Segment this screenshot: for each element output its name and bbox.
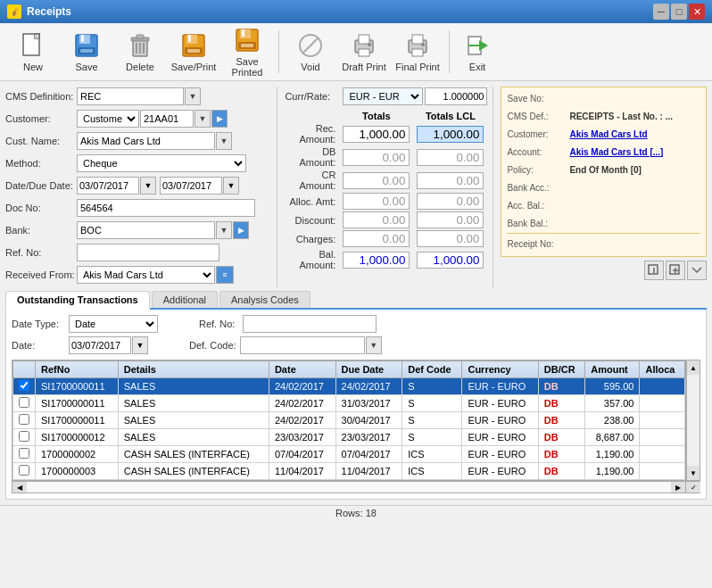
cr-amount-label: CR Amount: [285,169,339,192]
tab-additional[interactable]: Additional [152,291,218,308]
row-dbcr: DB [538,378,584,395]
rec-amount-input[interactable] [343,126,410,143]
charges-input[interactable] [343,230,410,247]
cust-name-input[interactable] [77,132,215,150]
table-row[interactable]: SI1700000011 SALES 24/02/2017 24/02/2017… [13,378,685,395]
filter-date-input[interactable] [69,336,131,354]
cust-name-browse-button[interactable]: ▼ [216,132,232,150]
table-corner-button[interactable]: ✓ [686,482,700,493]
cr-amount-input[interactable] [343,172,410,189]
alloc-amt-input[interactable] [343,193,410,210]
received-from-select[interactable]: Akis Mad Cars Ltd [77,266,215,284]
maximize-button[interactable]: □ [671,4,687,20]
row-amount: 238.00 [585,412,640,429]
row-due-date: 11/04/2017 [335,463,402,480]
bal-amount-input[interactable] [343,252,410,269]
scroll-left-button[interactable]: ◀ [12,482,27,493]
date-input[interactable] [77,177,139,195]
cms-def-input[interactable] [77,87,184,105]
customer-type-select[interactable]: Customer [77,110,139,128]
info-account-value[interactable]: Akis Mad Cars Ltd [...] [569,147,663,157]
save-button[interactable]: Save [61,27,112,77]
data-table-wrapper[interactable]: RefNo Details Date Due Date Def Code Cur… [12,360,686,481]
charges-lcl-input[interactable] [417,230,484,247]
filter-def-code-browse-button[interactable]: ▼ [366,336,382,354]
info-customer-value[interactable]: Akis Mad Cars Ltd [569,129,647,139]
discount-input[interactable] [343,211,410,228]
save-print-button[interactable]: Save/Print [168,27,219,77]
svg-rect-23 [241,44,253,47]
row-checkbox[interactable] [13,429,36,446]
currency-select[interactable]: EUR - EUR [343,87,423,105]
date-type-select[interactable]: Date [69,315,158,333]
row-alloca [640,446,685,463]
save-printed-button[interactable]: Save Printed [221,27,273,77]
row-checkbox[interactable] [13,395,36,412]
row-due-date: 07/04/2017 [335,446,402,463]
bal-amount-lcl-input[interactable] [417,252,484,269]
draft-print-button[interactable]: Draft Print [338,27,390,77]
filter-date-cal-button[interactable]: ▼ [132,336,148,354]
rec-amount-lcl-input[interactable] [417,126,484,143]
row-def-code: S [402,395,462,412]
new-button[interactable]: New [7,27,59,77]
app-icon: 💰 [7,4,21,19]
tab-analysis[interactable]: Analysis Codes [219,291,310,308]
delete-label: Delete [126,62,154,72]
due-date-cal-button[interactable]: ▼ [223,177,239,195]
exit-button[interactable]: Exit [455,27,500,77]
alloc-amt-lcl-input[interactable] [417,193,484,210]
db-amount-input[interactable] [343,149,410,166]
bank-arrow-button[interactable]: ▶ [233,221,249,239]
filter-row: Date Type: Date Ref. No: [12,315,700,333]
filter-ref-no-input[interactable] [243,315,377,333]
panel-buttons [501,261,707,280]
row-checkbox[interactable] [13,446,36,463]
info-panel-section: Save No: CMS Def.: RECEIPTS - Last No. :… [493,87,707,287]
due-date-input[interactable] [160,177,222,195]
minimize-button[interactable]: ─ [653,4,669,20]
scroll-right-button[interactable]: ▶ [671,482,685,493]
panel-btn-2[interactable] [666,261,685,280]
date-cal-button[interactable]: ▼ [140,177,156,195]
row-checkbox[interactable] [13,412,36,429]
scroll-down-button[interactable]: ▼ [687,466,700,480]
customer-arrow-button[interactable]: ▶ [211,110,228,128]
filter-def-code-input[interactable] [240,336,365,354]
customer-code-input[interactable] [140,110,194,128]
toolbar: New Save Delete [0,23,712,81]
tab-outstanding[interactable]: Outstanding Transactions [5,291,150,310]
col-checkbox [13,361,36,378]
doc-no-input[interactable] [77,199,255,217]
row-checkbox[interactable] [13,378,36,395]
table-row[interactable]: 1700000002 CASH SALES (INTERFACE) 07/04/… [13,446,685,463]
db-amount-lcl-input[interactable] [417,149,484,166]
customer-browse-button[interactable]: ▼ [195,110,211,128]
discount-lcl-input[interactable] [417,211,484,228]
bank-input[interactable] [77,221,215,239]
bank-browse-button[interactable]: ▼ [216,221,232,239]
panel-btn-1[interactable] [644,261,664,280]
method-select[interactable]: Cheque [77,154,246,172]
table-row[interactable]: SI1700000011 SALES 24/02/2017 31/03/2017… [13,395,685,412]
svg-rect-7 [80,49,93,53]
cr-amount-lcl-input[interactable] [417,172,484,189]
void-button[interactable]: Void [285,27,336,77]
table-scrollbar[interactable]: ▲ ▼ [686,360,700,481]
delete-button[interactable]: Delete [114,27,166,77]
table-row[interactable]: 1700000003 CASH SALES (INTERFACE) 11/04/… [13,463,685,480]
close-button[interactable]: ✕ [689,4,705,20]
svg-rect-28 [359,49,369,56]
final-print-button[interactable]: Final Print [392,27,443,77]
table-row[interactable]: SI1700000011 SALES 24/02/2017 30/04/2017… [13,412,685,429]
received-from-browse-button[interactable]: ≡ [216,266,234,284]
row-checkbox[interactable] [13,463,36,480]
ref-no-input[interactable] [77,244,219,261]
h-scrollbar[interactable]: ◀ ▶ ✓ [12,481,700,493]
curr-rate-input[interactable] [425,87,487,105]
scroll-up-button[interactable]: ▲ [687,360,700,375]
cms-def-browse-button[interactable]: ▼ [185,87,201,105]
panel-btn-3[interactable] [687,261,707,280]
table-row[interactable]: SI1700000012 SALES 23/03/2017 23/03/2017… [13,429,685,446]
filter-date-label: Date: [12,340,65,351]
